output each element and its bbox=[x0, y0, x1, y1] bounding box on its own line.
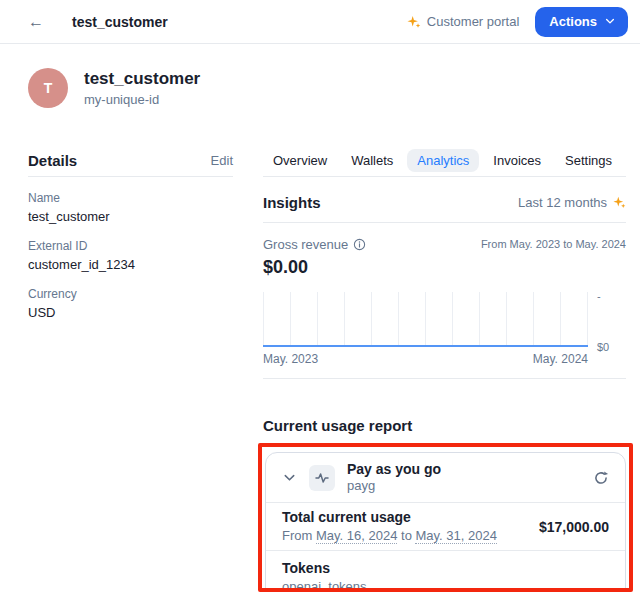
tab-overview[interactable]: Overview bbox=[263, 149, 337, 172]
collapse-chevron-icon[interactable] bbox=[282, 470, 297, 485]
usage-item-name: Tokens bbox=[282, 560, 367, 577]
field-value: test_customer bbox=[28, 208, 233, 225]
customer-identity: test_customer my-unique-id bbox=[84, 69, 200, 107]
back-arrow-icon[interactable]: ← bbox=[28, 14, 44, 30]
total-usage-label: Total current usage bbox=[282, 509, 497, 526]
chevron-down-icon bbox=[604, 15, 616, 27]
y-tick-top: - bbox=[597, 290, 601, 302]
usage-item-block: Tokens openai_tokens bbox=[282, 560, 367, 592]
total-usage-value: $17,000.00 bbox=[539, 519, 609, 535]
tab-analytics[interactable]: Analytics bbox=[407, 149, 479, 172]
details-title: Details bbox=[28, 152, 77, 169]
field-label: Currency bbox=[28, 287, 233, 302]
details-panel: Details Edit Name test_customer External… bbox=[28, 144, 233, 592]
gross-revenue-label: Gross revenue bbox=[263, 237, 348, 252]
period-word: to bbox=[401, 528, 412, 543]
plan-code: payg bbox=[347, 478, 441, 494]
insights-header: Insights Last 12 months bbox=[263, 194, 626, 223]
actions-button-label: Actions bbox=[549, 14, 597, 29]
topbar-actions: Customer portal Actions bbox=[407, 7, 628, 37]
pulse-activity-icon bbox=[315, 471, 329, 485]
tab-wallets[interactable]: Wallets bbox=[341, 149, 403, 172]
usage-card: Pay as you go payg Total current usage bbox=[265, 452, 626, 592]
detail-field-name: Name test_customer bbox=[28, 191, 233, 225]
details-header: Details Edit bbox=[28, 144, 233, 177]
usage-card-header[interactable]: Pay as you go payg bbox=[266, 453, 625, 502]
gross-revenue-label-row: Gross revenue bbox=[263, 237, 366, 252]
actions-button[interactable]: Actions bbox=[535, 7, 628, 37]
customer-portal-link[interactable]: Customer portal bbox=[407, 14, 519, 29]
customer-portal-label: Customer portal bbox=[427, 14, 519, 29]
tab-invoices[interactable]: Invoices bbox=[483, 149, 551, 172]
tab-settings[interactable]: Settings bbox=[555, 149, 622, 172]
customer-header: T test_customer my-unique-id bbox=[28, 68, 612, 108]
x-tick-right: May. 2024 bbox=[533, 352, 588, 366]
chart-plot-row: - $0 bbox=[263, 292, 626, 347]
gross-revenue-value: $0.00 bbox=[263, 257, 626, 278]
plan-title-block: Pay as you go payg bbox=[347, 461, 441, 494]
insights-title: Insights bbox=[263, 194, 321, 211]
total-usage-row: Total current usage From May. 16, 2024 t… bbox=[266, 502, 625, 550]
date-range-selector[interactable]: Last 12 months bbox=[518, 195, 626, 210]
field-label: Name bbox=[28, 191, 233, 206]
sparkle-icon bbox=[613, 196, 626, 209]
section-divider bbox=[263, 378, 626, 379]
period-from-date[interactable]: May. 16, 2024 bbox=[316, 528, 397, 544]
info-icon[interactable] bbox=[353, 238, 366, 251]
detail-field-currency: Currency USD bbox=[28, 287, 233, 321]
period-to-date[interactable]: May. 31, 2024 bbox=[415, 528, 496, 544]
customer-detail-panel: Overview Wallets Analytics Invoices Sett… bbox=[263, 144, 626, 592]
tab-bar: Overview Wallets Analytics Invoices Sett… bbox=[263, 144, 626, 177]
detail-field-external-id: External ID customer_id_1234 bbox=[28, 239, 233, 273]
field-label: External ID bbox=[28, 239, 233, 254]
chart-y-axis: - $0 bbox=[588, 292, 626, 347]
y-tick-zero: $0 bbox=[597, 341, 609, 353]
field-value: customer_id_1234 bbox=[28, 256, 233, 273]
edit-button[interactable]: Edit bbox=[211, 153, 233, 168]
range-label: Last 12 months bbox=[518, 195, 607, 210]
usage-item-row: Tokens openai_tokens bbox=[266, 550, 625, 592]
x-tick-left: May. 2023 bbox=[263, 352, 318, 366]
top-bar: ← test_customer Customer portal Actions bbox=[0, 0, 640, 44]
period-word: From bbox=[282, 528, 312, 543]
customer-external-id: my-unique-id bbox=[84, 92, 200, 107]
total-usage-period: From May. 16, 2024 to May. 31, 2024 bbox=[282, 527, 497, 544]
red-annotation-box: Pay as you go payg Total current usage bbox=[258, 443, 633, 592]
avatar: T bbox=[28, 68, 68, 108]
field-value: USD bbox=[28, 304, 233, 321]
gross-revenue-header: Gross revenue From May. 2023 to May. 202… bbox=[263, 237, 626, 252]
plan-name: Pay as you go bbox=[347, 461, 441, 478]
main-content: Details Edit Name test_customer External… bbox=[28, 144, 626, 592]
gross-revenue-chart: - $0 May. 2023 May. 2024 bbox=[263, 292, 626, 366]
customer-name: test_customer bbox=[84, 69, 200, 89]
refresh-icon[interactable] bbox=[593, 470, 609, 486]
chart-plot-area bbox=[263, 292, 588, 347]
usage-report-title: Current usage report bbox=[263, 417, 626, 434]
total-usage-block: Total current usage From May. 16, 2024 t… bbox=[282, 509, 497, 544]
usage-item-code: openai_tokens bbox=[282, 578, 367, 592]
chart-x-axis: May. 2023 May. 2024 bbox=[263, 352, 588, 366]
sparkle-icon bbox=[407, 15, 421, 29]
period-caption: From May. 2023 to May. 2024 bbox=[481, 237, 626, 250]
plan-tile bbox=[309, 465, 335, 491]
page-title: test_customer bbox=[72, 14, 168, 30]
